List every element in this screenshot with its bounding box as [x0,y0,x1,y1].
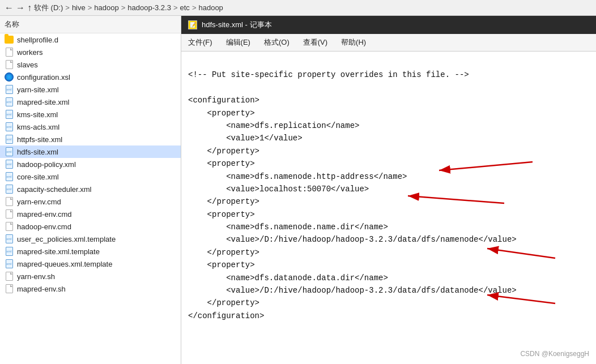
file-generic-icon [5,209,14,219]
nav-forward-icon[interactable]: → [16,3,25,13]
namenode-http-address-name: <name>dfs.namenode.http-address</name> [188,172,407,181]
svg-line-1 [439,162,533,170]
editor-titlebar: 📝 hdfs-site.xml - 记事本 [181,16,596,34]
list-item[interactable]: xml capacity-scheduler.xml [0,183,181,195]
editor-menubar: 文件(F) 编辑(E) 格式(O) 查看(V) 帮助(H) [181,34,596,52]
breadcrumb-hive[interactable]: hive [72,3,86,12]
menu-edit[interactable]: 编辑(E) [224,36,253,49]
file-generic-icon [5,48,14,57]
list-item[interactable]: yarn-env.cmd [0,195,181,208]
svg-line-3 [487,249,555,258]
list-item[interactable]: xml core-site.xml [0,170,181,183]
file-xml-icon: xml [5,147,14,156]
xml-configuration-close: </configuration> [188,311,264,320]
file-generic-icon [5,222,14,231]
file-name: yarn-env.sh [17,272,55,281]
xml-configuration-open: <configuration> [188,96,259,105]
editor-title: hdfs-site.xml - 记事本 [202,20,272,30]
list-item[interactable]: xml yarn-site.xml [0,83,181,96]
list-item[interactable]: slaves [0,58,181,71]
file-generic-icon [5,197,14,206]
file-globe-icon: 🌐 [5,72,14,82]
menu-format[interactable]: 格式(O) [262,36,292,49]
xml-comment: <!-- Put site-specific property override… [188,70,469,79]
file-xml-icon: xml [5,135,14,144]
file-name: capacity-scheduler.xml [17,185,92,194]
datanode-data-dir-value: <value>/D:/hive/hadoop/hadoop-3.2.3/data… [188,286,517,295]
file-xml-icon: xml [5,97,14,106]
nav-up-icon[interactable]: ↑ [27,3,32,13]
menu-file[interactable]: 文件(F) [186,36,215,49]
watermark: CSDN @KoenigseggH [520,349,589,359]
file-generic-icon [5,272,14,281]
file-name: core-site.xml [17,173,59,181]
file-xml-icon: xml [5,234,14,243]
folder-icon [5,35,14,44]
file-name: mapred-queues.xml.template [17,260,112,268]
menu-help[interactable]: 帮助(H) [339,36,368,49]
list-item[interactable]: xml mapred-site.xml.template [0,245,181,258]
file-name: mapred-site.xml [17,98,69,106]
svg-line-4 [487,295,555,303]
list-item[interactable]: xml kms-site.xml [0,108,181,121]
list-item[interactable]: hadoop-env.cmd [0,220,181,233]
main-area: 名称 shellprofile.d workers slaves [0,16,596,364]
list-item[interactable]: 🌐 configuration.xsl [0,71,181,83]
file-xml-icon: xml [5,85,14,94]
file-name: mapred-env.sh [17,285,66,293]
breadcrumb-hadoop-version[interactable]: hadoop-3.2.3 [127,3,171,12]
editor-window: 📝 hdfs-site.xml - 记事本 文件(F) 编辑(E) 格式(O) … [181,16,596,364]
list-item[interactable]: mapred-env.sh [0,282,181,295]
file-list: shellprofile.d workers slaves 🌐 configur… [0,33,181,364]
datanode-data-dir-name: <name>dfs.datanode.data.dir</name> [188,273,388,282]
breadcrumb-etc[interactable]: etc [180,3,190,12]
file-name: yarn-env.cmd [17,198,61,206]
file-name: hadoop-policy.xml [17,160,76,169]
file-name: httpfs-site.xml [17,135,62,144]
file-name: shellprofile.d [17,36,58,44]
list-item[interactable]: xml mapred-site.xml [0,96,181,108]
nav-back-icon[interactable]: ← [5,3,14,13]
list-item[interactable]: yarn-env.sh [0,270,181,282]
file-generic-icon [5,284,14,293]
list-item[interactable]: workers [0,46,181,58]
menu-view[interactable]: 查看(V) [301,36,330,49]
file-xml-icon: xml [5,259,14,268]
namenode-name-dir-value: <value>/D:/hive/hadoop/hadoop-3.2.3/data… [188,235,517,244]
list-item-selected[interactable]: xml hdfs-site.xml [0,145,181,158]
file-xml-icon: xml [5,247,14,256]
file-xml-icon: xml [5,122,14,131]
file-xml-icon: xml [5,172,14,181]
namenode-name-dir-name: <name>dfs.namenode.name.dir</name> [188,222,388,232]
file-name: hadoop-env.cmd [17,222,71,231]
file-name: yarn-site.xml [17,85,59,94]
file-name: configuration.xsl [17,73,70,82]
svg-line-2 [408,196,504,203]
breadcrumb-hadoop[interactable]: hadoop [94,3,118,12]
list-item[interactable]: xml user_ec_policies.xml.template [0,233,181,245]
file-name: kms-acls.xml [17,123,59,131]
notepad-icon: 📝 [188,20,197,29]
file-name: mapred-site.xml.template [17,247,100,256]
list-item[interactable]: shellprofile.d [0,33,181,46]
file-generic-icon [5,60,14,69]
file-xml-icon: xml [5,110,14,119]
file-name: hdfs-site.xml [17,148,58,156]
file-explorer-sidebar: 名称 shellprofile.d workers slaves [0,16,181,364]
list-item[interactable]: xml hadoop-policy.xml [0,158,181,170]
file-name: workers [17,48,43,57]
sidebar-header: 名称 [0,16,181,33]
breadcrumb: ← → ↑ 软件 (D:) > hive > hadoop > hadoop-3… [0,0,596,16]
list-item[interactable]: mapred-env.cmd [0,208,181,220]
breadcrumb-software[interactable]: 软件 (D:) [34,3,63,13]
file-xml-icon: xml [5,185,14,194]
namenode-http-address-value: <value>localhost:50070</value> [188,185,369,194]
list-item[interactable]: xml mapred-queues.xml.template [0,258,181,270]
editor-content[interactable]: <!-- Put site-specific property override… [181,52,596,364]
file-name: user_ec_policies.xml.template [17,235,116,243]
file-name: slaves [17,61,38,69]
list-item[interactable]: xml kms-acls.xml [0,121,181,133]
breadcrumb-hadoop-final[interactable]: hadoop [198,3,223,12]
file-name: kms-site.xml [17,110,58,119]
list-item[interactable]: xml httpfs-site.xml [0,133,181,145]
